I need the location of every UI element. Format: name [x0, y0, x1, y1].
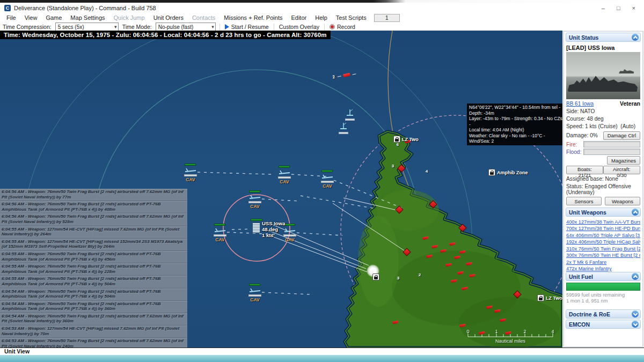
titlebar: C Deliverance (Standalone Play) - Comman… — [0, 3, 644, 13]
time-mode-value: No-pulse (fast) — [158, 24, 194, 30]
record-button[interactable]: Record — [328, 24, 356, 30]
damage-value: Damage: 0% — [566, 132, 598, 138]
unit-weapons-title: Unit Weapons — [569, 209, 606, 216]
side-value: Side: NATO — [566, 108, 640, 114]
auto-flag: (Auto) — [620, 123, 635, 129]
sensors-button[interactable]: Sensors — [566, 197, 602, 205]
start-resume-button[interactable]: Start / Resume — [224, 24, 270, 30]
menu-item[interactable]: Quick Jump — [109, 14, 149, 21]
tooltip-local-time: Local time: 4:04 AM (Night) — [469, 127, 562, 133]
expand-icon[interactable] — [632, 311, 639, 317]
toolbar-separator — [274, 24, 274, 31]
log-entry: 6:04:53 AM - Weapon: 127mm/54 HE-CVT [Hi… — [0, 326, 187, 338]
weapons-button[interactable]: Weapons — [605, 197, 640, 205]
app-icon: C — [4, 5, 11, 11]
status-bar: Unit View — [0, 348, 644, 355]
damage-ctrl-button[interactable]: Damage Ctrl — [603, 131, 640, 140]
unit-weapons-header[interactable]: Unit Weapons — [566, 208, 641, 217]
speed-text: Speed: 1 kts (Cruise) — [566, 123, 618, 129]
map-canvas[interactable]: Time: Wednesday, October 15, 1975 - Zulu… — [0, 31, 562, 348]
log-entry: 6:04:56 AM - Weapon: 76mm/50 Twin Frag B… — [0, 189, 187, 201]
unit-status-header[interactable]: Unit Status — [566, 33, 641, 42]
menu-item[interactable]: Editor — [287, 14, 311, 21]
log-entry: 6:04:54 AM - Weapon: 76mm/50 Twin Frag B… — [0, 289, 187, 301]
unit-weapons-list: 400x 127mm/38 Twin AA-VT Burst [AntiAirc… — [566, 218, 641, 271]
time-mode-select[interactable]: No-pulse (fast) — [156, 23, 216, 32]
scale-tick-label: 4 — [551, 329, 554, 334]
record-icon — [330, 24, 335, 29]
weapon-link[interactable]: 192x 406mm/50 Triple HiCap Salvo [3 rnds… — [566, 239, 640, 245]
unit-status-title: Unit Status — [569, 34, 598, 41]
log-entry: 6:04:54 AM - Weapon: 76mm/50 Twin Frag B… — [0, 301, 187, 313]
log-entry: 6:04:54 AM - Weapon: 76mm/50 Twin Frag B… — [0, 313, 187, 326]
menu-item[interactable]: Missions + Ref. Points — [219, 14, 287, 21]
menu-item[interactable]: Game — [41, 14, 66, 21]
map-tooltip: N64°06'22", W22°34'44" - 10.54nm from se… — [467, 104, 562, 145]
menu-item[interactable]: View — [20, 14, 42, 21]
aircraft-button[interactable]: Aircraft: 0/30 — [603, 166, 640, 174]
weapon-link[interactable]: 472x Marine Infantry — [566, 266, 640, 271]
right-sidebar: Unit Status [LEAD] USS Iowa BB 61 Iowa V… — [562, 31, 644, 348]
unit-name: [LEAD] USS Iowa — [566, 45, 640, 51]
scale-tick-label: 1 — [495, 329, 497, 334]
menu-item[interactable]: Map Settings — [66, 14, 109, 21]
emcon-header[interactable]: EMCON — [566, 320, 641, 329]
experience-badge: Veteran — [620, 100, 640, 107]
custom-overlay-label: Custom Overlay — [279, 24, 319, 30]
weapon-link[interactable]: 2x T Mk 6 Fanfare — [566, 260, 640, 265]
log-entry: 6:04:55 AM - Weapon: 127mm/54 HE-CVT [Hi… — [0, 239, 187, 251]
unit-status-card: [LEAD] USS Iowa BB 61 Iowa Veteran Side:… — [566, 43, 641, 207]
weapon-link[interactable]: 700x 127mm/38 Twin HE-PD Burst [HiCap, 2… — [566, 226, 640, 231]
tooltip-position: N64°06'22", W22°34'44" - 10.54nm from se… — [469, 105, 562, 116]
fuel-gauge — [566, 283, 640, 291]
tooltip-weather: Weather: Clear sky - No rain - -10°C - W… — [469, 133, 562, 144]
start-resume-label: Start / Resume — [231, 24, 269, 30]
menu-item[interactable]: Unit Orders — [149, 14, 188, 21]
boats-button[interactable]: Boats: 21/21 — [566, 166, 603, 174]
bottom-strip — [0, 355, 644, 362]
status-value: Status: Engaged Offensive (Underway) — [566, 183, 640, 195]
test-scripts-count-field[interactable]: 1 — [374, 14, 400, 22]
time-compression-select[interactable]: 5 secs (5x) — [55, 23, 119, 32]
close-button[interactable]: × — [632, 5, 635, 11]
doctrine-roe-header[interactable]: Doctrine & RoE — [566, 309, 641, 319]
collapse-icon[interactable] — [632, 209, 639, 216]
weapon-link[interactable]: 64x 406mm/50 Triple AP Salvo [3 rnds] — [566, 233, 640, 238]
course-value: Course: 48 deg — [566, 116, 640, 122]
menu-item[interactable]: Contacts — [188, 14, 219, 21]
speed-value: Speed: 1 kts (Cruise) (Auto) — [566, 123, 640, 129]
unit-photo — [566, 52, 640, 99]
weapon-link[interactable]: 400x 127mm/38 Twin AA-VT Burst [AntiAirc… — [566, 219, 640, 225]
time-mode-label: Time Mode: — [122, 24, 152, 30]
toolbar-separator — [324, 24, 325, 31]
scale-caption: Nautical miles — [487, 338, 533, 344]
collapse-icon[interactable] — [632, 34, 639, 41]
magazines-button[interactable]: Magazines — [607, 156, 640, 165]
unit-fuel-header[interactable]: Unit Fuel — [566, 272, 641, 281]
custom-overlay-button[interactable]: Custom Overlay — [278, 24, 320, 30]
maximize-button[interactable]: □ — [617, 5, 620, 11]
menu-item[interactable]: Test Scripts — [332, 14, 371, 21]
log-entry: 6:04:55 AM - Weapon: 76mm/50 Twin Frag B… — [0, 251, 187, 263]
weapon-link[interactable]: 310x 76mm/50 Twin Frag Burst [2 rnds] — [566, 246, 640, 252]
unit-db-link[interactable]: BB 61 Iowa — [566, 101, 594, 107]
fuel-remaining: 59599 fuel units remaining — [566, 292, 640, 298]
sidebar-panel: Unit Status [LEAD] USS Iowa BB 61 Iowa V… — [564, 31, 643, 347]
scale-tick-label: 2 — [523, 329, 526, 334]
log-entry: 6:04:56 AM - Weapon: 76mm/50 Twin Frag B… — [0, 201, 187, 213]
window-title: Deliverance (Standalone Play) - Command … — [14, 5, 598, 11]
time-banner: Time: Wednesday, October 15, 1975 - Zulu… — [0, 31, 331, 39]
log-entry: 6:04:55 AM - Weapon: 76mm/50 Twin Frag B… — [0, 263, 187, 276]
log-entry: 6:04:55 AM - Weapon: 76mm/50 Twin Frag B… — [0, 276, 187, 288]
menu-item[interactable]: File — [2, 14, 20, 21]
collapse-icon[interactable] — [632, 273, 639, 280]
minimize-button[interactable]: – — [602, 5, 605, 11]
menubar: FileViewGameMap SettingsQuick JumpUnit O… — [0, 13, 644, 22]
log-entry: 6:04:53 AM - Weapon: 76mm/50 Twin Frag B… — [0, 338, 187, 348]
weapon-link[interactable]: 300x 76mm/50 Twin HE Burst [2 rnds] — [566, 253, 640, 258]
log-entry: 6:04:55 AM - Weapon: 127mm/54 HE-CVT [Hi… — [0, 226, 187, 239]
message-log: 6:04:56 AM - Weapon: 76mm/50 Twin Frag B… — [0, 189, 187, 348]
time-compression-value: 5 secs (5x) — [58, 24, 84, 30]
expand-icon[interactable] — [632, 321, 639, 328]
menu-item[interactable]: Help — [311, 14, 332, 21]
